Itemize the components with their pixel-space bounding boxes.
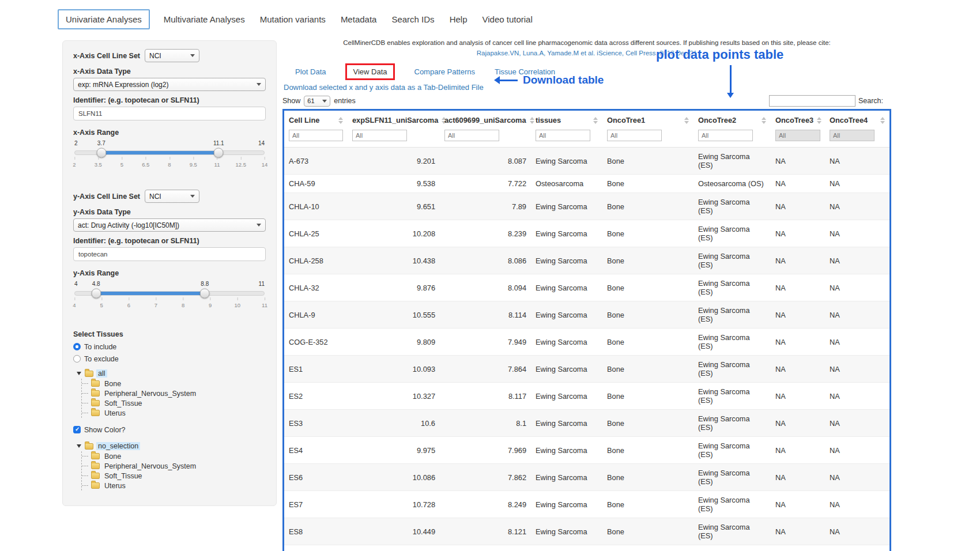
- x-data-type-select[interactable]: exp: mRNA Expression (log2): [73, 78, 266, 91]
- column-header-oncotree3[interactable]: OncoTree3: [771, 111, 825, 129]
- table-row[interactable]: ES210.3278.117Ewing SarcomaBoneEwing Sar…: [284, 383, 889, 410]
- column-filter-input[interactable]: [607, 130, 662, 141]
- tree-node[interactable]: Bone: [82, 379, 266, 388]
- sort-icon[interactable]: [758, 117, 766, 124]
- tree-node[interactable]: Soft_Tissue: [82, 471, 266, 481]
- tree-node[interactable]: Peripheral_Nervous_System: [82, 461, 266, 471]
- column-filter-input[interactable]: [536, 130, 590, 141]
- nav-item-mutation-variants[interactable]: Mutation variants: [259, 10, 327, 29]
- table-cell: 8.086: [440, 247, 531, 274]
- entries-select[interactable]: 61: [304, 96, 330, 107]
- nav-item-metadata[interactable]: Metadata: [340, 10, 378, 29]
- show-color-checkbox[interactable]: Show Color?: [73, 424, 266, 436]
- slider-handle-from[interactable]: [97, 148, 107, 158]
- column-header-oncotree2[interactable]: OncoTree2: [693, 111, 771, 129]
- tree-node[interactable]: Peripheral_Nervous_System: [82, 388, 266, 398]
- tree-node-label[interactable]: Peripheral_Nervous_System: [103, 390, 198, 398]
- table-row[interactable]: ES310.68.1Ewing SarcomaBoneEwing Sarcoma…: [284, 410, 889, 437]
- tree-node[interactable]: Soft_Tissue: [82, 398, 266, 408]
- column-filter-input[interactable]: [830, 130, 875, 141]
- table-row[interactable]: CHA-599.5387.722OsteosarcomaBoneOsteosar…: [284, 175, 889, 193]
- slider-handle-to[interactable]: [199, 289, 209, 299]
- tree-node[interactable]: Uterus: [82, 408, 266, 418]
- x-identifier-input[interactable]: [73, 107, 266, 120]
- tree-node-label[interactable]: Uterus: [103, 409, 127, 417]
- tab-view-data[interactable]: View Data: [345, 63, 394, 80]
- slider-track[interactable]: [74, 150, 265, 155]
- sort-icon[interactable]: [335, 117, 343, 124]
- table-row[interactable]: CHLA-109.6517.89Ewing SarcomaBoneEwing S…: [284, 193, 889, 220]
- tree-node-label[interactable]: Peripheral_Nervous_System: [103, 462, 198, 470]
- table-row[interactable]: ES110.0937.864Ewing SarcomaBoneEwing Sar…: [284, 356, 889, 383]
- tree-node-label[interactable]: Uterus: [103, 482, 127, 490]
- column-header-oncotree1[interactable]: OncoTree1: [602, 111, 693, 129]
- table-cell: Bone: [602, 410, 693, 437]
- search-input[interactable]: [769, 95, 855, 107]
- column-filter-input[interactable]: [444, 130, 499, 141]
- column-header-oncotree4[interactable]: OncoTree4: [825, 111, 889, 129]
- y-data-type-select[interactable]: act: Drug Activity (-log10[IC50M]): [73, 218, 266, 232]
- slider-handle-from[interactable]: [92, 289, 101, 299]
- nav-item-help[interactable]: Help: [448, 10, 469, 29]
- column-filter-input[interactable]: [352, 130, 407, 141]
- sort-icon[interactable]: [813, 117, 821, 124]
- table-row[interactable]: EW89.6778.082Ewing SarcomaBoneEwing Sarc…: [284, 545, 889, 551]
- tree-node[interactable]: Uterus: [82, 481, 266, 490]
- column-filter-input[interactable]: [698, 130, 753, 141]
- nav-item-multivariate-analyses[interactable]: Multivariate Analyses: [163, 10, 246, 29]
- y-identifier-input[interactable]: [73, 247, 266, 261]
- sort-icon[interactable]: [877, 117, 885, 124]
- table-cell: 7.864: [440, 356, 531, 383]
- table-row[interactable]: COG-E-3529.8097.949Ewing SarcomaBoneEwin…: [284, 329, 889, 356]
- table-row[interactable]: A-6739.2018.087Ewing SarcomaBoneEwing Sa…: [284, 148, 889, 175]
- nav-item-search-ids[interactable]: Search IDs: [390, 10, 435, 29]
- column-filter-input[interactable]: [289, 130, 343, 141]
- x-range-slider[interactable]: 2 3.7 11.1 14 23.556.589.51112.514: [74, 140, 265, 172]
- table-row[interactable]: ES810.4498.121Ewing SarcomaBoneEwing Sar…: [284, 518, 889, 545]
- search-label: Search:: [858, 97, 883, 105]
- tree-toggle-icon[interactable]: [77, 444, 81, 448]
- y-cell-line-set-select[interactable]: NCI: [145, 190, 199, 203]
- tree-node-label[interactable]: Bone: [103, 452, 123, 461]
- table-row[interactable]: ES610.0867.862Ewing SarcomaBoneEwing Sar…: [284, 464, 889, 491]
- radio-to-exclude[interactable]: To exclude: [73, 353, 266, 365]
- x-cell-line-set-select[interactable]: NCI: [145, 49, 199, 62]
- nav-item-univariate-analyses[interactable]: Univariate Analyses: [58, 9, 150, 29]
- table-row[interactable]: ES49.9757.969Ewing SarcomaBoneEwing Sarc…: [284, 437, 889, 464]
- table-row[interactable]: ES710.7288.249Ewing SarcomaBoneEwing Sar…: [284, 491, 889, 518]
- table-row[interactable]: CHLA-2510.2088.239Ewing SarcomaBoneEwing…: [284, 220, 889, 247]
- nav-item-video-tutorial[interactable]: Video tutorial: [481, 10, 533, 29]
- table-cell: Bone: [602, 437, 693, 464]
- tree-node-label[interactable]: Soft_Tissue: [103, 399, 144, 407]
- tree-toggle-icon[interactable]: [77, 372, 81, 375]
- tree-node-label[interactable]: Soft_Tissue: [103, 472, 144, 480]
- tab-plot-data[interactable]: Plot Data: [295, 67, 326, 76]
- slider-handle-to[interactable]: [213, 148, 223, 158]
- radio-to-include[interactable]: To include: [73, 341, 266, 353]
- sort-icon[interactable]: [681, 117, 689, 124]
- slider-track[interactable]: [74, 291, 265, 296]
- citation-link[interactable]: Rajapakse.VN, Luna.A, Yamade.M et al. iS…: [282, 50, 891, 56]
- tree-node-label[interactable]: all: [96, 369, 107, 378]
- tree-node-label[interactable]: no_selection: [96, 442, 140, 450]
- y-range-slider[interactable]: 4 4.8 8.8 11 4567891011: [74, 281, 265, 313]
- tree-node-label[interactable]: Bone: [103, 380, 123, 388]
- sort-icon[interactable]: [526, 117, 534, 124]
- column-header-label: tissues: [536, 116, 561, 124]
- column-header-cell-line[interactable]: Cell Line: [284, 111, 348, 129]
- x-identifier-label: Identifier: (e.g. topotecan or SLFN11): [73, 96, 266, 104]
- column-header-act609699_unisarcoma[interactable]: act609699_uniSarcoma: [440, 111, 531, 129]
- table-row[interactable]: CHLA-910.5558.114Ewing SarcomaBoneEwing …: [284, 301, 889, 329]
- download-link[interactable]: Download selected x and y axis data as a…: [284, 83, 484, 92]
- tab-compare-patterns[interactable]: Compare Patterns: [414, 67, 476, 76]
- table-cell: NA: [771, 329, 825, 356]
- table-row[interactable]: CHLA-329.8768.094Ewing SarcomaBoneEwing …: [284, 274, 889, 301]
- tree-node[interactable]: Bone: [82, 451, 266, 461]
- column-filter-input[interactable]: [775, 130, 820, 141]
- table-cell: Ewing Sarcoma (ES): [693, 148, 771, 175]
- column-header-tissues[interactable]: tissues: [531, 111, 602, 129]
- sort-icon[interactable]: [590, 117, 598, 124]
- column-header-expslfn11_unisarcoma[interactable]: expSLFN11_uniSarcoma: [348, 111, 440, 129]
- table-row[interactable]: CHLA-25810.4388.086Ewing SarcomaBoneEwin…: [284, 247, 889, 274]
- main-content: CellMinerCDB enables exploration and ana…: [282, 35, 891, 551]
